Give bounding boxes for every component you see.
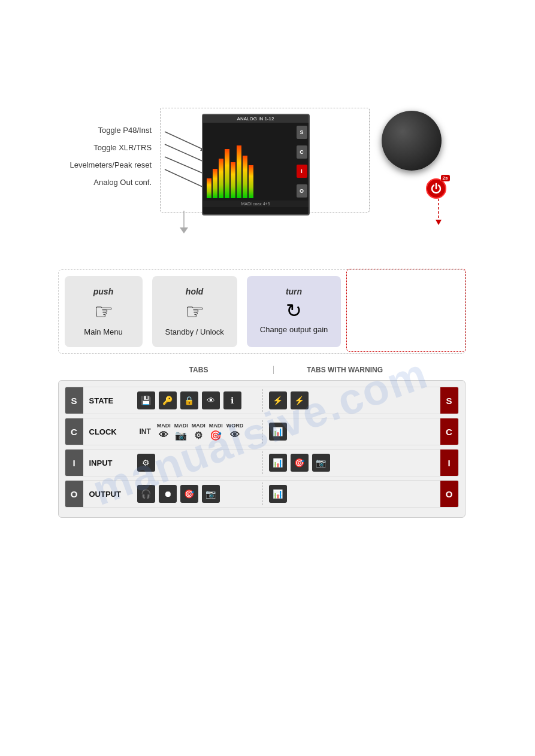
tab-end-letter-i[interactable]: I	[440, 450, 458, 476]
action-turn: turn ↻ Change output gain	[247, 276, 341, 347]
push-label-top: push	[93, 287, 113, 296]
madi-1[interactable]: MADI👁	[157, 423, 171, 441]
meter-bar-8	[249, 132, 253, 198]
meter-bar-2	[213, 132, 217, 198]
action-push: push ☞ Main Menu	[65, 276, 143, 347]
tab-letter-i[interactable]: I	[65, 450, 83, 476]
power-arrow-svg	[433, 199, 445, 226]
label-analog-out: Analog Out conf.	[70, 178, 152, 187]
device-btn-c[interactable]: C	[297, 145, 307, 159]
tab-name-clock: CLOCK	[83, 427, 131, 436]
hold-label-bottom: Standby / Unlock	[165, 327, 224, 336]
hold-icon: ☞	[185, 301, 204, 323]
svg-line-3	[165, 169, 204, 187]
tabs-section: TABS TABS WITH WARNING S STATE 💾 🔑 🔒	[58, 366, 466, 518]
device-area: Toggle P48/Inst Toggle XLR/TRS Levelmete…	[58, 108, 477, 245]
turn-label-bottom: Change output gain	[260, 325, 328, 334]
tab-name-output: OUTPUT	[83, 490, 131, 499]
state-icon-info[interactable]: ℹ	[223, 391, 241, 409]
output-icon-record[interactable]: ⏺	[159, 485, 177, 503]
tab-name-state: STATE	[83, 396, 131, 405]
tab-end-letter-o[interactable]: O	[440, 481, 458, 507]
meter-bar-6	[237, 132, 241, 198]
hold-label-top: hold	[186, 287, 204, 296]
device-btn-i[interactable]: I	[297, 165, 307, 178]
turn-label-top: turn	[286, 287, 302, 296]
control-section: push ☞ Main Menu hold ☞ Standby / Unlock…	[58, 251, 477, 518]
state-icon-save[interactable]: 💾	[137, 391, 155, 409]
push-label-bottom: Main Menu	[84, 327, 122, 336]
state-warn-icon-2[interactable]: ⚡	[291, 391, 309, 409]
state-warn-icon-1[interactable]: ⚡	[269, 391, 287, 409]
tabs-warning-label: TABS WITH WARNING	[276, 366, 414, 374]
device-side-buttons[interactable]: S C I O	[295, 123, 309, 201]
madi-2[interactable]: MADI📷	[174, 423, 188, 441]
device-header: ANALOG IN 1-12	[203, 115, 309, 123]
tab-icons-warning-input: 📊 🎯 📷	[263, 451, 395, 474]
turn-icon: ↻	[286, 301, 302, 320]
tab-icons-warning-state: ⚡ ⚡	[263, 389, 395, 412]
svg-marker-8	[180, 227, 188, 233]
svg-line-1	[165, 144, 204, 162]
tabs-label: TABS	[127, 366, 271, 374]
clock-int: INT	[137, 427, 153, 436]
tab-icons-normal-state: 💾 🔑 🔒 👁 ℹ	[131, 389, 263, 412]
output-knob[interactable]	[382, 111, 442, 171]
label-toggle-p48: Toggle P48/Inst	[70, 126, 152, 135]
tab-row-clock: C CLOCK INT MADI👁 MADI📷 MADI⚙ MADI🎯 WORD…	[65, 418, 459, 445]
tab-icons-normal-input: ⚙	[131, 451, 263, 474]
label-levelmeters: Levelmeters/Peak reset	[70, 160, 152, 169]
main-content: Toggle P48/Inst Toggle XLR/TRS Levelmete…	[58, 108, 477, 518]
power-badge: 2s	[441, 175, 450, 181]
state-icon-key[interactable]: 🔑	[159, 391, 177, 409]
clock-warn-icon-1[interactable]: 📊	[269, 423, 287, 441]
state-icon-eye[interactable]: 👁	[202, 391, 220, 409]
tab-row-input: I INPUT ⚙ 📊 🎯 📷 I	[65, 449, 459, 476]
page-container: manualsive.com Toggle P48/Inst Toggle XL…	[0, 0, 535, 756]
output-icon-headphones[interactable]: 🎧	[137, 485, 155, 503]
tab-letter-s[interactable]: S	[65, 387, 83, 414]
word-1[interactable]: WORD👁	[226, 423, 244, 441]
meter-area	[203, 123, 309, 201]
tabs-container: S STATE 💾 🔑 🔒 👁 ℹ ⚡ ⚡	[58, 380, 466, 518]
tab-icons-warning-clock: 📊	[263, 420, 395, 443]
device-footer: MADI coax 4+5	[203, 201, 309, 207]
tab-end-letter-s[interactable]: S	[440, 387, 458, 414]
tab-letter-c[interactable]: C	[65, 418, 83, 445]
meter-bar-7	[243, 132, 247, 198]
input-warn-icon-3[interactable]: 📷	[312, 454, 330, 472]
input-icon-settings[interactable]: ⚙	[137, 454, 155, 472]
tab-letter-o[interactable]: O	[65, 481, 83, 507]
meter-bar-5	[231, 132, 235, 198]
device-display: ANALOG IN 1-12 S	[202, 114, 310, 215]
label-toggle-xlr: Toggle XLR/TRS	[70, 143, 152, 152]
action-hold: hold ☞ Standby / Unlock	[152, 276, 237, 347]
state-icon-lock[interactable]: 🔒	[180, 391, 198, 409]
device-screen: S C I O	[203, 123, 309, 201]
power-button[interactable]: 2s	[426, 178, 446, 199]
meter-bar-4	[225, 132, 229, 198]
madi-3[interactable]: MADI⚙	[192, 423, 205, 441]
output-icon-target[interactable]: 🎯	[180, 485, 198, 503]
power-icon	[430, 183, 442, 195]
tab-row-output: O OUTPUT 🎧 ⏺ 🎯 📷 📊 O	[65, 480, 459, 508]
tab-name-input: INPUT	[83, 459, 131, 467]
tabs-header: TABS TABS WITH WARNING	[127, 366, 466, 374]
tab-row-state: S STATE 💾 🔑 🔒 👁 ℹ ⚡ ⚡	[65, 387, 459, 414]
output-icon-camera[interactable]: 📷	[202, 485, 220, 503]
labels-column: Toggle P48/Inst Toggle XLR/TRS Levelmete…	[70, 126, 152, 187]
svg-line-2	[165, 157, 204, 174]
push-icon: ☞	[94, 301, 113, 323]
output-warn-icon-1[interactable]: 📊	[269, 485, 287, 503]
tab-icons-normal-output: 🎧 ⏺ 🎯 📷	[131, 482, 263, 505]
device-btn-o[interactable]: O	[297, 184, 307, 198]
tab-icons-warning-output: 📊	[263, 482, 395, 505]
meter-bar-1	[207, 132, 211, 198]
tab-end-letter-c[interactable]: C	[440, 418, 458, 445]
input-warn-icon-2[interactable]: 🎯	[291, 454, 309, 472]
device-btn-s[interactable]: S	[297, 126, 307, 139]
svg-line-0	[165, 132, 204, 150]
madi-4[interactable]: MADI🎯	[209, 423, 223, 441]
input-warn-icon-1[interactable]: 📊	[269, 454, 287, 472]
tab-icons-normal-clock: INT MADI👁 MADI📷 MADI⚙ MADI🎯 WORD👁	[131, 420, 263, 444]
